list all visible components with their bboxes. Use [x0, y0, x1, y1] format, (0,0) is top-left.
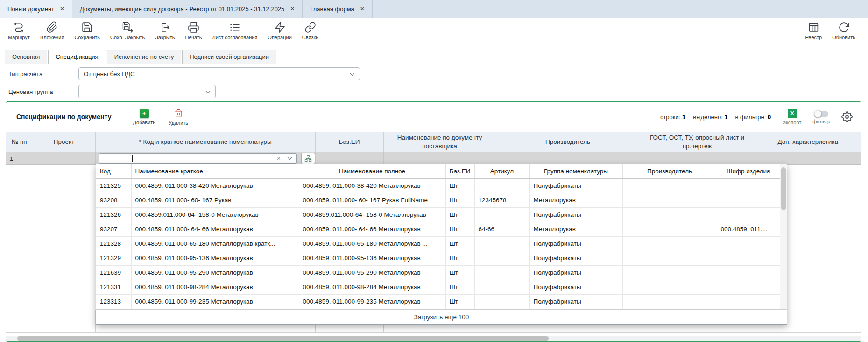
- column-header-base-unit[interactable]: Баз.ЕИ: [315, 132, 383, 152]
- delete-row-button[interactable]: Удалить: [169, 108, 188, 126]
- form-fields: Тип расчёта От цены без НДС Ценовая груп…: [0, 64, 868, 98]
- vertical-scrollbar[interactable]: [780, 164, 787, 309]
- close-icon[interactable]: ✕: [360, 6, 365, 12]
- approval-sheet-button[interactable]: Лист согласования: [207, 21, 263, 40]
- lookup-cell: [717, 193, 780, 207]
- toggle-switch-icon[interactable]: [814, 111, 828, 117]
- add-row-button[interactable]: + Добавить: [133, 109, 155, 125]
- lookup-row[interactable]: 121326000.4859.011.000-64- 158-0 Металло…: [96, 207, 780, 222]
- window-tab-main-form[interactable]: Главная форма ✕: [303, 0, 372, 18]
- column-header-supplier-name[interactable]: Наименование по документу поставщика: [383, 132, 496, 152]
- filter-toggle[interactable]: фильтр: [812, 109, 830, 124]
- chevron-down-icon[interactable]: [287, 157, 292, 160]
- tree-select-button[interactable]: [301, 153, 315, 164]
- registry-button[interactable]: Реестр: [800, 21, 827, 40]
- filter-label: фильтр: [812, 119, 830, 124]
- lookup-cell: 000.4859. 011.000- 60- 167 Рукав FullNam…: [299, 193, 445, 207]
- operations-button[interactable]: Операции: [262, 21, 296, 40]
- lookup-cell: Шт: [445, 222, 474, 236]
- attachments-button[interactable]: Вложения: [35, 21, 70, 40]
- close-icon[interactable]: ✕: [60, 6, 64, 12]
- lookup-row[interactable]: 93207000.4859. 011.000- 64- 66 Металлору…: [96, 222, 780, 236]
- lookup-cell: [474, 236, 529, 251]
- load-more-button[interactable]: Загрузить еще 100: [96, 309, 787, 324]
- vertical-scrollbar-thumb[interactable]: [781, 167, 786, 210]
- selected-count: выделено: 1: [693, 114, 727, 121]
- lookup-cell: Полуфабрикаты: [529, 207, 622, 222]
- column-header-project[interactable]: Проект: [33, 132, 95, 152]
- lookup-cell: [622, 294, 717, 309]
- lookup-cell: [622, 193, 717, 207]
- nomenclature-editor: ✕: [96, 152, 315, 164]
- lookup-column-header[interactable]: Наименование полное: [299, 164, 445, 178]
- grid-row[interactable]: 1 ✕: [6, 152, 861, 165]
- lookup-cell: Шт: [445, 178, 474, 193]
- lookup-cell: 12345678: [474, 193, 529, 207]
- lookup-row[interactable]: 121328000.4859. 011.000-65-180 Металлору…: [96, 236, 780, 251]
- route-button[interactable]: Маршрут: [3, 21, 35, 40]
- chevron-down-icon: [205, 88, 211, 95]
- spec-section-header: Спецификации по документу + Добавить Уда…: [6, 102, 861, 132]
- lookup-row[interactable]: 123313000.4859. 011.000-99-235 Металлору…: [96, 294, 780, 309]
- horizontal-scrollbar-thumb[interactable]: [17, 336, 549, 341]
- column-header-manufacturer[interactable]: Производитель: [496, 132, 640, 152]
- gear-icon[interactable]: [841, 111, 853, 122]
- window-tab-new-document[interactable]: Новый документ ✕: [0, 0, 72, 18]
- registry-icon: [808, 21, 819, 33]
- form-tab-bar: Основная Спецификация Исполнение по счет…: [0, 49, 868, 64]
- close-icon[interactable]: ✕: [290, 6, 295, 12]
- lookup-cell: Полуфабрикаты: [529, 265, 622, 280]
- lookup-row[interactable]: 121325000.4859. 011.000-38-420 Металлору…: [96, 178, 780, 193]
- print-button[interactable]: Печать: [180, 21, 207, 40]
- tab-podpisi-svoey-organizacii[interactable]: Подписи своей организации: [182, 50, 276, 64]
- calc-type-select[interactable]: От цены без НДС: [78, 67, 360, 80]
- toolbar: Маршрут Вложения Сохранить Сохр. Закрыть: [0, 18, 868, 49]
- grid-stats: строки: 1 выделено: 1 в фильтре: 0: [660, 114, 771, 121]
- lookup-column-header[interactable]: Шифр изделия: [717, 164, 780, 178]
- lookup-row[interactable]: 93208000.4859. 011.000- 60- 167 Рукав000…: [96, 193, 780, 207]
- lookup-cell: 121326: [96, 207, 131, 222]
- lookup-cell: 64-66: [474, 222, 529, 236]
- extra-cell: [755, 152, 861, 165]
- lookup-cell: 93208: [96, 193, 131, 207]
- lookup-cell: 000.4859. 011.000-95-290 Металлорукав: [131, 265, 299, 280]
- column-header-nomenclature[interactable]: * Код и краткое наименование номенклатур…: [95, 132, 315, 152]
- lookup-row[interactable]: 121639000.4859. 011.000-95-290 Металлору…: [96, 265, 780, 280]
- lookup-column-header[interactable]: Артикул: [474, 164, 529, 178]
- lookup-cell: 000.4859. 011.000- 64- 66 Металлорукав: [299, 222, 445, 236]
- printer-icon: [188, 21, 199, 33]
- lookup-cell: 121331: [96, 280, 131, 294]
- tab-osnovnaya[interactable]: Основная: [5, 50, 47, 64]
- save-button[interactable]: Сохранить: [69, 21, 105, 40]
- price-group-select[interactable]: [78, 85, 216, 98]
- clear-icon[interactable]: ✕: [276, 156, 281, 162]
- tab-specifikaciya[interactable]: Спецификация: [48, 50, 106, 64]
- horizontal-scrollbar[interactable]: [6, 336, 861, 341]
- gost-cell: [640, 152, 755, 165]
- trash-icon: [174, 108, 183, 119]
- lookup-cell: 000.4859. 011.000-95-136 Металлорукав: [299, 251, 445, 265]
- lookup-cell: 000.4859. 011.000-99-235 Металлорукав: [131, 294, 299, 309]
- column-header-gost[interactable]: ГОСТ, ОСТ, ТУ, опросный лист и пр.чертеж: [640, 132, 755, 152]
- lookup-column-header[interactable]: Группа номенклатуры: [529, 164, 622, 178]
- lookup-cell: [474, 265, 529, 280]
- close-document-button[interactable]: Закрыть: [150, 21, 180, 40]
- window-tab-registry-documents[interactable]: Документы, имеющие силу договора - Реест…: [72, 0, 303, 18]
- nomenclature-combobox-input[interactable]: ✕: [99, 153, 297, 164]
- lookup-column-header[interactable]: Код: [96, 164, 131, 178]
- column-header-extra[interactable]: Доп. характеристика: [755, 132, 861, 152]
- column-header-num[interactable]: № пп: [6, 132, 33, 152]
- lookup-cell: [717, 207, 780, 222]
- links-button[interactable]: Связки: [297, 21, 324, 40]
- lookup-column-header[interactable]: Наименование краткое: [131, 164, 299, 178]
- tab-ispolnenie-po-schetu[interactable]: Исполнение по счету: [107, 50, 182, 64]
- save-close-button[interactable]: Сохр. Закрыть: [105, 21, 150, 40]
- calc-type-label: Тип расчёта: [8, 71, 78, 78]
- refresh-button[interactable]: Обновить: [827, 21, 861, 40]
- export-excel-button[interactable]: X экспорт: [783, 109, 801, 125]
- lookup-row[interactable]: 121329000.4859. 011.000-95-136 Металлору…: [96, 251, 780, 265]
- lookup-cell: [474, 294, 529, 309]
- lookup-column-header[interactable]: Производитель: [622, 164, 717, 178]
- lookup-row[interactable]: 121331000.4859. 011.000-98-284 Металлору…: [96, 280, 780, 294]
- lookup-column-header[interactable]: Баз.ЕИ: [445, 164, 474, 178]
